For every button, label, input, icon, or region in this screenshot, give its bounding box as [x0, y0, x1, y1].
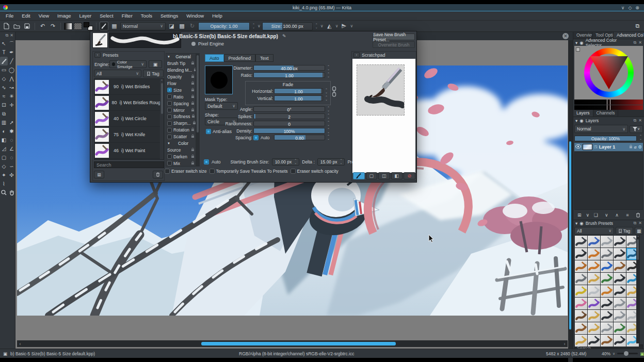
footer-check-temporarily-save-tweaks-to-presets[interactable]: Temporarily Save Tweaks To Presets — [210, 169, 288, 174]
layer-properties-button[interactable]: ≡ — [623, 211, 631, 219]
brush-preset-cell[interactable] — [588, 236, 600, 248]
zoom-knob[interactable] — [624, 351, 629, 356]
mirror-vertical-button[interactable]: ◭ — [340, 22, 349, 30]
brush-preset-cell[interactable] — [601, 322, 613, 334]
sv-triangle[interactable] — [589, 54, 629, 91]
slider-track[interactable]: 100% — [253, 128, 325, 134]
tool-bezier-select[interactable]: ⌇ — [0, 179, 8, 188]
layer-list-empty[interactable] — [574, 152, 643, 210]
brush-preset-cell[interactable] — [614, 248, 626, 260]
tool-polygon[interactable]: ◇ — [0, 74, 8, 83]
collapse-icon[interactable]: ▾ — [575, 40, 577, 45]
brush-preset-cell[interactable] — [614, 260, 626, 272]
lock-icon[interactable] — [191, 81, 195, 86]
option-softness[interactable]: Softness — [166, 113, 196, 120]
brush-preset-cell[interactable] — [575, 298, 587, 309]
float-docker-icon[interactable]: ⧉ — [6, 33, 9, 38]
duplicate-layer-button[interactable]: ❏ — [592, 211, 600, 219]
options-scrollbar[interactable] — [196, 54, 199, 166]
layer-alpha-icon[interactable]: α — [634, 145, 637, 150]
lock-icon[interactable] — [191, 161, 195, 166]
slider-spinner[interactable]: ⌃⌄ — [326, 128, 331, 134]
tool-polyline[interactable]: ⋀ — [8, 74, 15, 83]
layer-row[interactable]: ◳ Layer 1 α ⚙ — [574, 143, 643, 151]
scratchpad-canvas[interactable] — [352, 59, 415, 173]
tag-button[interactable]: Tag — [616, 227, 633, 235]
eraser-mode-button[interactable]: ◪ — [167, 22, 176, 30]
scratch-fill-background-button[interactable]: ◧ — [391, 172, 403, 179]
menu-image[interactable]: Image — [54, 12, 74, 20]
slider-spinner[interactable]: ⌃⌄ — [326, 65, 331, 71]
close-docker-icon[interactable]: ✕ — [638, 118, 642, 123]
option-mirror[interactable]: Mirror — [166, 107, 196, 113]
lock-icon[interactable] — [191, 127, 195, 133]
brush-preset-cell[interactable] — [614, 310, 626, 322]
brush-preset-cell[interactable] — [575, 236, 587, 248]
preset-list-item[interactable]: 90i) Wet Bristles — [94, 79, 164, 95]
option-checkbox[interactable] — [167, 101, 172, 106]
brush-preset-cell[interactable] — [588, 298, 600, 309]
add-layer-button[interactable]: ⊞ — [575, 211, 583, 219]
brush-preset-cell[interactable] — [601, 260, 613, 272]
chevron-down-icon[interactable]: ∨ — [320, 24, 324, 28]
option-checkbox[interactable] — [167, 154, 172, 159]
tool-fill[interactable]: ◧ — [0, 136, 8, 144]
scratch-paint-button[interactable] — [353, 172, 365, 179]
lock-icon[interactable] — [191, 101, 195, 106]
slider-track[interactable]: 1.00 — [253, 72, 325, 78]
pattern-chooser[interactable] — [74, 23, 82, 30]
tool-ellipse[interactable]: ◯ — [8, 65, 15, 74]
tool-line[interactable]: ╱ — [8, 57, 15, 65]
scratch-fill-preset-button[interactable]: ▢ — [366, 172, 378, 179]
menu-help[interactable]: Help — [208, 12, 226, 20]
brush-preset-cell[interactable] — [601, 285, 613, 297]
tool-dynamic-brush[interactable]: ≈ — [0, 92, 8, 101]
brush-preset-cell[interactable] — [601, 298, 613, 309]
tool-pan[interactable] — [8, 188, 15, 197]
slider-spinner[interactable]: ⌃⌄ — [326, 114, 331, 119]
brush-preset-cell[interactable] — [588, 285, 600, 297]
slider-track[interactable]: 2 — [253, 113, 325, 119]
tool-multibrush[interactable]: ✳ — [8, 92, 15, 101]
chevron-down-icon[interactable]: ∨ — [335, 24, 339, 28]
lock-icon[interactable] — [191, 94, 195, 100]
opacity-slider[interactable]: Opacity: 1.00 — [198, 22, 250, 30]
option-scatter[interactable]: Scatter — [166, 134, 196, 140]
auto-checkbox[interactable] — [204, 159, 209, 164]
chevron-down-icon[interactable]: ∨ — [257, 24, 261, 28]
preset-filter-combo[interactable]: All∨ — [574, 227, 614, 235]
option-opacity[interactable]: Opacity — [166, 74, 196, 80]
option-mix[interactable]: Mix — [166, 160, 196, 167]
option-checkbox[interactable] — [167, 94, 172, 99]
brush-preset-cell[interactable] — [601, 273, 613, 285]
slider-track[interactable]: 1.00 — [274, 95, 323, 101]
tool-bezier-curve[interactable]: ∿ — [0, 83, 8, 92]
option-color[interactable]: ▼Color — [166, 140, 196, 147]
tool-zoom[interactable] — [0, 188, 8, 197]
scratch-fill-gradient-button[interactable]: ◫ — [378, 172, 390, 179]
undo-button[interactable]: ↶ — [38, 22, 47, 30]
brush-preset-cell[interactable] — [614, 322, 626, 334]
option-checkbox[interactable] — [167, 108, 172, 112]
scroll-left-icon[interactable]: ‹ — [17, 341, 23, 347]
move-layer-up-button[interactable]: ∧ — [613, 211, 621, 219]
layer-style-icon[interactable]: ⚙ — [638, 144, 642, 150]
tool-smart-patch[interactable]: ✱ — [8, 127, 15, 136]
menu-window[interactable]: Window — [183, 12, 207, 20]
float-docker-icon[interactable]: ⧉ — [634, 118, 637, 123]
option-checkbox[interactable] — [167, 135, 172, 139]
slider-track[interactable]: 40.00 px — [253, 65, 325, 71]
option-rotation[interactable]: Rotation — [166, 127, 196, 134]
tool-rectangle[interactable]: ▭ — [0, 65, 8, 74]
tool-similar-select[interactable]: ✣ — [8, 171, 15, 179]
preset-list-item[interactable]: 40i) Wet Circle — [94, 111, 164, 127]
lock-icon[interactable] — [191, 134, 195, 139]
spacing-slider[interactable]: 0.80 — [274, 135, 325, 140]
lock-icon[interactable] — [191, 108, 195, 113]
shade-selector[interactable] — [574, 100, 643, 110]
float-docker-icon[interactable]: ⧉ — [634, 40, 637, 45]
selector-settings-icon[interactable] — [576, 47, 580, 52]
brush-preset-cell[interactable] — [614, 335, 626, 347]
footer-check-eraser-switch-size[interactable]: Eraser switch size — [165, 169, 207, 174]
color-wheel-area[interactable] — [574, 46, 643, 100]
